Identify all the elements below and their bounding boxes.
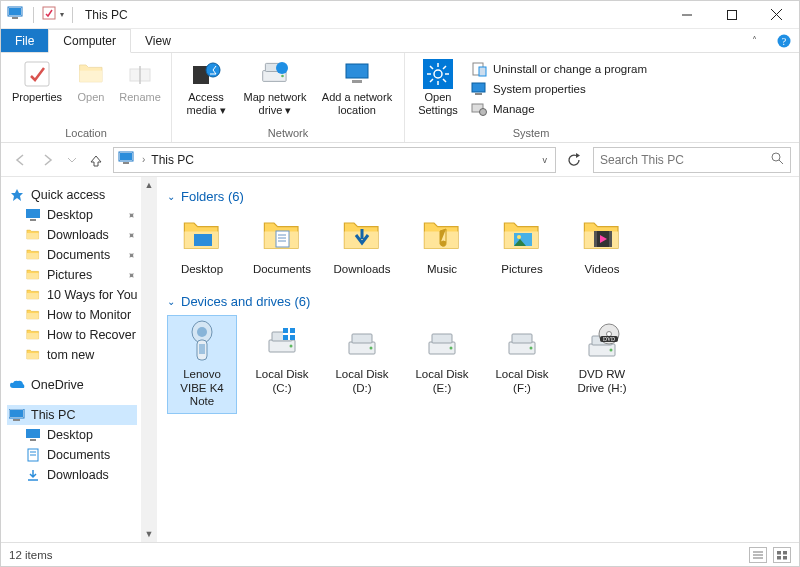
navigation-pane: Quick access Desktop✦ Downloads✦ Documen… [1,177,141,542]
folder-documents[interactable]: Documents [247,210,317,282]
pin-icon: ✦ [124,268,137,281]
folder-music[interactable]: Music [407,210,477,282]
svg-rect-37 [10,410,23,417]
address-bar[interactable]: › This PC v [113,147,556,173]
svg-point-28 [480,109,487,116]
forward-button[interactable] [37,149,59,171]
section-folders-header[interactable]: ⌄ Folders (6) [167,189,789,204]
folder-icon [25,327,41,343]
maximize-button[interactable] [709,1,754,29]
collapse-ribbon-button[interactable]: ˄ [739,29,769,52]
documents-icon [25,247,41,263]
drive-e[interactable]: Local Disk (E:) [407,315,477,414]
drive-c[interactable]: Local Disk (C:) [247,315,317,414]
group-label-system: System [405,125,657,142]
quick-access-icon [9,187,25,203]
uninstall-program-button[interactable]: Uninstall or change a program [467,59,651,79]
pin-icon: ✦ [124,248,137,261]
folder-downloads[interactable]: Downloads [327,210,397,282]
tree-item-howmonitor[interactable]: How to Monitor [7,305,137,325]
tree-thispc-desktop[interactable]: Desktop [7,425,137,445]
qat-properties-icon[interactable] [42,6,56,23]
downloads-icon [25,227,41,243]
map-network-drive-button[interactable]: Map network drive ▾ [236,57,314,117]
tree-thispc-downloads[interactable]: Downloads [7,465,137,485]
drive-f[interactable]: Local Disk (F:) [487,315,557,414]
access-media-button[interactable]: Access media ▾ [178,57,234,117]
recent-locations-button[interactable] [65,149,79,171]
view-large-icons-button[interactable] [773,547,791,563]
pin-icon: ✦ [124,228,137,241]
tree-downloads[interactable]: Downloads✦ [7,225,137,245]
tab-computer[interactable]: Computer [48,29,131,53]
tree-quick-access[interactable]: Quick access [7,185,137,205]
tab-view[interactable]: View [131,29,185,52]
folder-desktop[interactable]: Desktop [167,210,237,282]
svg-rect-58 [199,344,205,354]
desktop-icon [25,207,41,223]
desktop-icon [180,215,224,259]
tree-documents[interactable]: Documents✦ [7,245,137,265]
manage-button[interactable]: Manage [467,99,651,119]
search-box[interactable]: Search This PC [593,147,791,173]
minimize-button[interactable] [664,1,709,29]
tab-file[interactable]: File [1,29,48,52]
svg-rect-71 [777,551,781,555]
svg-rect-39 [26,429,40,438]
tree-item-tomnew[interactable]: tom new [7,345,137,365]
svg-rect-5 [12,17,18,19]
add-network-location-button[interactable]: Add a network location [316,57,398,117]
folder-pictures[interactable]: Pictures [487,210,557,282]
drive-icon [260,320,304,364]
status-bar: 12 items [1,542,799,566]
tree-thispc-documents[interactable]: Documents [7,445,137,465]
tree-item-10ways[interactable]: 10 Ways for You [7,285,137,305]
help-button[interactable]: ? [769,29,799,52]
status-item-count: 12 items [9,549,52,561]
search-placeholder: Search This PC [600,153,684,167]
section-drives-header[interactable]: ⌄ Devices and drives (6) [167,294,789,309]
breadcrumb[interactable]: This PC [151,153,194,167]
address-dropdown-icon[interactable]: v [539,155,552,165]
svg-rect-8 [727,10,736,19]
view-details-button[interactable] [749,547,767,563]
tree-thispc[interactable]: This PC [7,405,137,425]
back-button[interactable] [9,149,31,171]
properties-button[interactable]: Properties [7,57,67,117]
device-lenovo-vibe[interactable]: Lenovo VIBE K4 Note [167,315,237,414]
scroll-up-icon[interactable]: ▲ [141,177,157,193]
add-location-icon [342,59,372,89]
ribbon-group-network: Access media ▾ Map network drive ▾ Add a… [172,53,405,142]
scroll-down-icon[interactable]: ▼ [141,526,157,542]
refresh-button[interactable] [561,147,587,173]
svg-rect-34 [26,209,40,218]
thispc-icon [7,6,25,23]
tree-onedrive[interactable]: OneDrive [7,375,137,395]
downloads-icon [25,467,41,483]
svg-rect-60 [283,328,288,333]
ribbon-group-location: Properties Open Rename Location [1,53,172,142]
tree-item-howrecover[interactable]: How to Recover [7,325,137,345]
folder-videos[interactable]: Videos [567,210,637,282]
drive-d[interactable]: Local Disk (D:) [327,315,397,414]
svg-rect-62 [283,335,288,340]
svg-rect-20 [352,80,362,83]
ribbon: Properties Open Rename Location [1,53,799,143]
open-settings-button[interactable]: Open Settings [411,57,465,125]
qat-dropdown-icon[interactable]: ▾ [60,10,64,19]
svg-rect-26 [475,93,482,95]
file-explorer-window: ▾ This PC File Computer View ˄ ? Pro [0,0,800,567]
svg-rect-19 [346,64,368,78]
drive-dvd[interactable]: DVD DVD RW Drive (H:) [567,315,637,414]
tree-pictures[interactable]: Pictures✦ [7,265,137,285]
downloads-icon [340,215,384,259]
up-button[interactable] [85,149,107,171]
tree-scrollbar[interactable]: ▲ ▼ [141,177,157,542]
close-button[interactable] [754,1,799,29]
tree-desktop[interactable]: Desktop✦ [7,205,137,225]
documents-icon [260,215,304,259]
title-bar: ▾ This PC [1,1,799,29]
chevron-down-icon: ⌄ [167,296,175,307]
system-properties-button[interactable]: System properties [467,79,651,99]
window-title: This PC [85,8,128,22]
